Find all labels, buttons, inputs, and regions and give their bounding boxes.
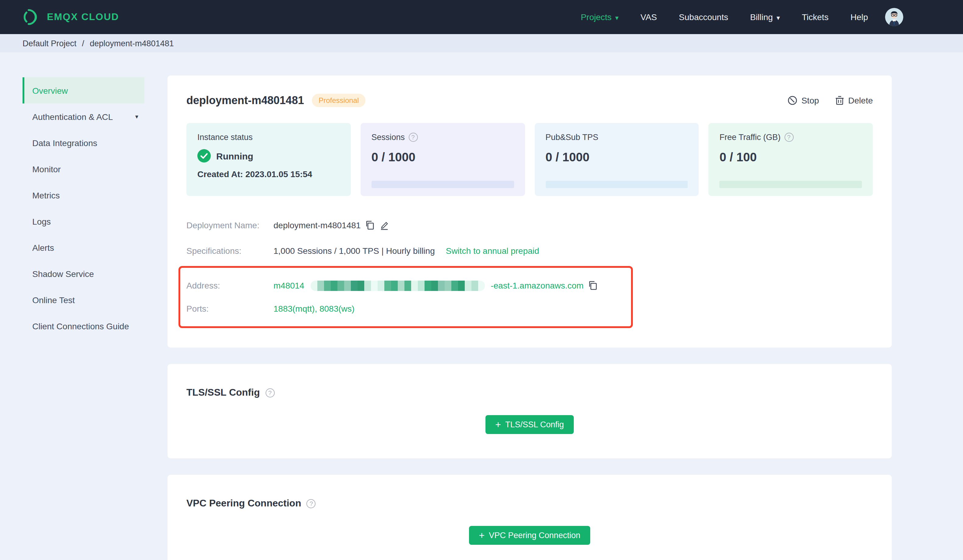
tls-ssl-section: TLS/SSL Config ? + TLS/SSL Config [167, 364, 892, 458]
navbar-menu: Projects ▾ VAS Subaccounts Billing ▾ Tic… [581, 12, 868, 22]
specifications-label: Specifications: [186, 246, 274, 256]
add-tls-ssl-config-button[interactable]: + TLS/SSL Config [485, 415, 574, 434]
brand: EMQX CLOUD [21, 8, 119, 26]
free-traffic-label: Free Traffic (GB) [720, 133, 781, 142]
edit-icon[interactable] [379, 220, 389, 230]
sidebar-item-online-test[interactable]: Online Test [23, 287, 144, 313]
stop-button[interactable]: Stop [787, 95, 819, 105]
user-avatar[interactable] [885, 8, 903, 26]
pubsub-tps-card: Pub&Sub TPS 0 / 1000 [535, 123, 699, 196]
breadcrumb-project[interactable]: Default Project [23, 39, 76, 48]
address-suffix: -east-1.amazonaws.com [491, 281, 584, 290]
sessions-progress-bar [371, 181, 514, 188]
nav-item-vas[interactable]: VAS [640, 12, 657, 22]
plan-badge: Professional [312, 94, 365, 107]
free-traffic-card: Free Traffic (GB) ? 0 / 100 [709, 123, 873, 196]
nav-item-help[interactable]: Help [850, 12, 868, 22]
created-at: Created At: 2023.01.05 15:54 [197, 169, 340, 179]
plus-icon: + [495, 420, 501, 429]
help-icon[interactable]: ? [784, 133, 793, 142]
add-vpc-peering-button[interactable]: + VPC Peering Connection [469, 526, 590, 545]
instance-status-card: Instance status Running Created At: 2023… [186, 123, 351, 196]
main-content: deployment-m4801481 Professional Stop [167, 76, 892, 560]
sidebar-item-shadow-service[interactable]: Shadow Service [23, 261, 144, 287]
check-circle-icon [197, 149, 211, 162]
help-icon[interactable]: ? [307, 499, 316, 508]
sidebar-item-authentication-acl[interactable]: Authentication & ACL ▾ [23, 104, 144, 129]
pubsub-tps-progress-bar [545, 181, 688, 188]
free-traffic-value: 0 / 100 [720, 151, 862, 164]
tls-ssl-title: TLS/SSL Config [186, 387, 260, 398]
breadcrumb-separator: / [82, 39, 84, 48]
emqx-cloud-deployment-page: EMQX CLOUD Projects ▾ VAS Subaccounts Bi… [0, 0, 963, 560]
deployment-details: Deployment Name: deployment-m4801481 [186, 212, 873, 328]
vpc-peering-title: VPC Peering Connection [186, 498, 301, 509]
annotation-highlight-box: Address: m48014 -east-1.amazonaws.com [178, 266, 633, 328]
sidebar-item-metrics[interactable]: Metrics [23, 182, 144, 208]
address-redaction [310, 280, 485, 291]
pubsub-tps-value: 0 / 1000 [545, 151, 688, 164]
vpc-peering-section: VPC Peering Connection ? + VPC Peering C… [167, 475, 892, 560]
sidebar-item-data-integrations[interactable]: Data Integrations [23, 129, 144, 156]
trash-icon [835, 95, 844, 105]
delete-button[interactable]: Delete [835, 95, 873, 105]
brand-name: EMQX CLOUD [47, 11, 119, 23]
sessions-card: Sessions ? 0 / 1000 [361, 123, 525, 196]
nav-item-billing[interactable]: Billing ▾ [750, 12, 780, 22]
instance-status-value: Running [216, 151, 253, 161]
stop-icon [787, 95, 797, 105]
help-icon[interactable]: ? [409, 133, 418, 142]
sidebar-item-logs[interactable]: Logs [23, 208, 144, 234]
deployment-overview-card: deployment-m4801481 Professional Stop [167, 76, 892, 348]
sidebar-item-overview[interactable]: Overview [23, 77, 144, 104]
chevron-down-icon: ▾ [777, 14, 780, 21]
ports-label: Ports: [186, 304, 274, 314]
stats-row: Instance status Running Created At: 2023… [186, 123, 873, 196]
top-navbar: EMQX CLOUD Projects ▾ VAS Subaccounts Bi… [0, 0, 963, 34]
sidebar: Overview Authentication & ACL ▾ Data Int… [23, 77, 144, 339]
address-prefix: m48014 [274, 281, 304, 290]
chevron-down-icon: ▾ [615, 14, 619, 21]
pubsub-tps-label: Pub&Sub TPS [545, 133, 598, 142]
sidebar-item-client-connections-guide[interactable]: Client Connections Guide [23, 313, 144, 339]
emqx-logo-icon [21, 8, 40, 26]
page-title: deployment-m4801481 [186, 94, 304, 107]
address-label: Address: [186, 281, 274, 290]
breadcrumb-current: deployment-m4801481 [90, 39, 174, 48]
free-traffic-progress-bar [720, 181, 862, 188]
specifications-value: 1,000 Sessions / 1,000 TPS | Hourly bill… [274, 246, 435, 256]
deployment-name-label: Deployment Name: [186, 220, 274, 230]
instance-status-label: Instance status [197, 133, 253, 142]
copy-icon[interactable] [365, 220, 374, 230]
switch-annual-prepaid-link[interactable]: Switch to annual prepaid [446, 246, 539, 256]
nav-item-projects[interactable]: Projects ▾ [581, 12, 619, 22]
help-icon[interactable]: ? [265, 388, 274, 397]
breadcrumb: Default Project / deployment-m4801481 [0, 34, 963, 52]
sessions-value: 0 / 1000 [371, 151, 514, 164]
deployment-name-value: deployment-m4801481 [274, 220, 361, 230]
nav-item-tickets[interactable]: Tickets [802, 12, 829, 22]
plus-icon: + [479, 531, 485, 540]
sidebar-item-monitor[interactable]: Monitor [23, 156, 144, 182]
copy-icon[interactable] [588, 281, 598, 290]
sessions-label: Sessions [371, 133, 405, 142]
chevron-down-icon: ▾ [135, 113, 138, 120]
ports-value: 1883(mqtt), 8083(ws) [274, 304, 355, 314]
sidebar-item-alerts[interactable]: Alerts [23, 234, 144, 261]
nav-item-subaccounts[interactable]: Subaccounts [679, 12, 728, 22]
